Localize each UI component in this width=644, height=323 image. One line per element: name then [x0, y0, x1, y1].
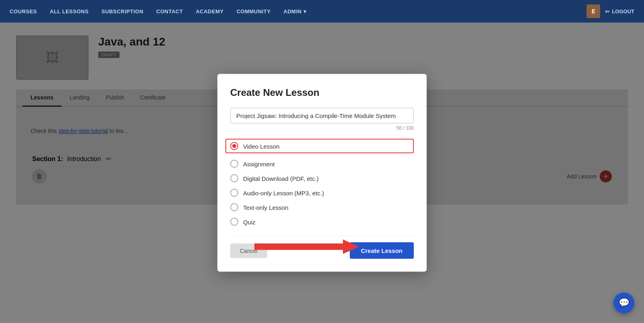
navbar: COURSES ALL LESSONS SUBSCRIPTION CONTACT…: [0, 0, 644, 23]
radio-label-audio: Audio-only Lesson (MP3, etc.): [243, 189, 324, 196]
red-arrow-indicator: [254, 239, 359, 255]
page-background: 🖼 Java, and 12 DRAFT Lessons Landing Pub…: [0, 23, 644, 323]
logout-button[interactable]: ⇦ LOGOUT: [605, 8, 634, 14]
radio-label-text: Text-only Lesson: [243, 204, 289, 211]
nav-community[interactable]: COMMUNITY: [237, 8, 271, 14]
nav-academy[interactable]: ACADEMY: [196, 8, 223, 14]
modal-title: Create New Lesson: [230, 87, 414, 98]
radio-circle-assignment: [230, 160, 238, 168]
nav-right: E ⇦ LOGOUT: [586, 4, 634, 18]
chat-button[interactable]: 💬: [613, 292, 634, 313]
user-avatar: E: [586, 4, 600, 18]
nav-courses[interactable]: COURSES: [10, 8, 37, 14]
nav-all-lessons[interactable]: ALL LESSONS: [50, 8, 89, 14]
radio-circle-digital: [230, 174, 238, 182]
radio-label-digital: Digital Download (PDF, etc.): [243, 175, 319, 182]
radio-video-lesson[interactable]: Video Lesson: [225, 139, 414, 153]
char-count: 56 / 100: [230, 125, 414, 131]
nav-contact[interactable]: CONTACT: [156, 8, 183, 14]
radio-label-quiz: Quiz: [243, 218, 256, 225]
nav-admin[interactable]: ADMIN ▾: [283, 8, 306, 14]
radio-circle-video: [230, 142, 238, 150]
nav-subscription[interactable]: SUBSCRIPTION: [101, 8, 143, 14]
radio-label-video: Video Lesson: [243, 143, 280, 149]
lesson-title-input[interactable]: [230, 108, 414, 124]
radio-circle-text: [230, 203, 238, 211]
radio-assignment[interactable]: Assignment: [230, 160, 414, 168]
red-arrow-svg: [254, 239, 359, 255]
radio-digital-download[interactable]: Digital Download (PDF, etc.): [230, 174, 414, 182]
radio-text-lesson[interactable]: Text-only Lesson: [230, 203, 414, 211]
svg-marker-0: [254, 240, 359, 254]
modal-footer: Cancel Create Lesson: [230, 236, 414, 259]
radio-circle-quiz: [230, 218, 238, 226]
radio-quiz[interactable]: Quiz: [230, 218, 414, 226]
radio-label-assignment: Assignment: [243, 160, 275, 167]
create-lesson-modal: Create New Lesson 56 / 100 Video Lesson …: [217, 74, 427, 272]
create-lesson-button[interactable]: Create Lesson: [350, 242, 414, 259]
radio-circle-audio: [230, 189, 238, 197]
nav-left: COURSES ALL LESSONS SUBSCRIPTION CONTACT…: [10, 8, 306, 14]
radio-audio-lesson[interactable]: Audio-only Lesson (MP3, etc.): [230, 189, 414, 197]
